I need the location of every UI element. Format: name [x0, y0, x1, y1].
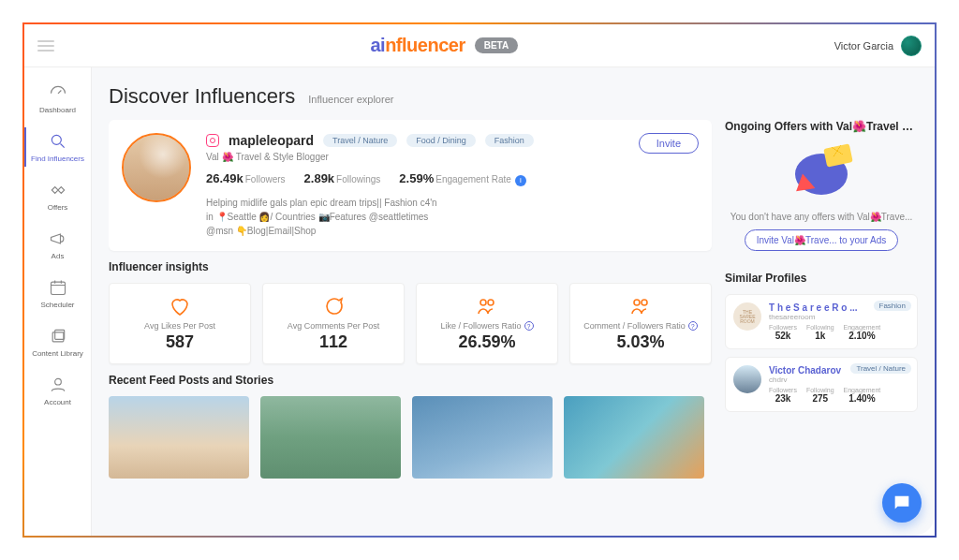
- help-icon[interactable]: ?: [688, 321, 698, 331]
- svg-rect-1: [51, 282, 65, 294]
- sidebar-item-offers[interactable]: Offers: [24, 172, 91, 219]
- profile-photo: [122, 133, 191, 202]
- chat-icon: [892, 493, 912, 513]
- sidebar: Dashboard Find Influencers Offers Ads Sc…: [24, 67, 92, 536]
- similar-followers: Followers52k: [769, 324, 797, 341]
- insight-comment-ratio: Comment / Followers Ratio? 5.03%: [569, 283, 712, 364]
- profile-tagline: Val🌺Travel & Style Blogger: [206, 152, 699, 162]
- similar-handle: chdrv: [769, 376, 909, 384]
- user-icon: [48, 375, 68, 395]
- svg-rect-2: [52, 332, 64, 342]
- similar-followers: Followers23k: [769, 387, 797, 404]
- insight-label: Comment / Followers Ratio?: [578, 321, 703, 331]
- sidebar-item-ads[interactable]: Ads: [24, 221, 91, 268]
- svg-point-6: [488, 300, 494, 305]
- comment-icon: [322, 295, 345, 317]
- feed-title: Recent Feed Posts and Stories: [109, 374, 712, 387]
- main-content: Discover Influencers Influencer explorer…: [92, 67, 935, 536]
- profile-handle[interactable]: mapleleopard: [229, 133, 314, 148]
- followers-stat: 26.49kFollowers: [206, 169, 286, 186]
- people-icon: [629, 295, 652, 317]
- user-menu[interactable]: Victor Garcia: [834, 36, 922, 56]
- insight-value: 587: [117, 332, 243, 352]
- calendar-icon: [48, 277, 68, 298]
- similar-profile-card[interactable]: Fashion THESAREEROOM T h e S a r e e R o…: [725, 294, 918, 349]
- svg-point-5: [480, 300, 486, 305]
- page-subtitle: Influencer explorer: [308, 94, 393, 105]
- engagement-stat: 2.59%Engagement Ratei: [399, 169, 526, 186]
- insight-like-ratio: Like / Followers Ratio? 26.59%: [416, 283, 558, 364]
- insights-title: Influencer insights: [109, 260, 712, 273]
- svg-point-0: [52, 135, 61, 144]
- similar-following: Following1k: [806, 324, 834, 341]
- invite-to-ads-button[interactable]: Invite Val🌺Trave... to your Ads: [745, 229, 899, 251]
- search-icon: [48, 131, 68, 152]
- library-icon: [48, 326, 68, 346]
- insight-avg-comments: Avg Comments Per Post 112: [262, 283, 405, 364]
- category-tag[interactable]: Fashion: [485, 134, 534, 147]
- sidebar-item-label: Find Influencers: [31, 155, 84, 163]
- people-icon: [476, 295, 498, 317]
- similar-profile-card[interactable]: Travel / Nature Victor Chadarov chdrv Fo…: [725, 357, 918, 412]
- insight-value: 26.59%: [424, 332, 550, 352]
- instagram-icon: [206, 134, 219, 147]
- sidebar-item-account[interactable]: Account: [24, 367, 91, 414]
- sidebar-item-scheduler[interactable]: Scheduler: [24, 270, 91, 317]
- insight-label: Avg Comments Per Post: [271, 321, 396, 331]
- svg-rect-3: [54, 330, 64, 339]
- brand-logo: ainfluencer BETA: [54, 35, 834, 56]
- megaphone-icon: [48, 228, 68, 249]
- hamburger-menu[interactable]: [37, 40, 54, 52]
- heart-icon: [169, 295, 191, 317]
- info-icon[interactable]: i: [515, 175, 526, 186]
- svg-point-7: [634, 300, 640, 305]
- sidebar-item-label: Offers: [48, 203, 68, 212]
- sidebar-item-find-influencers[interactable]: Find Influencers: [24, 124, 91, 170]
- chat-fab[interactable]: [882, 483, 922, 523]
- help-icon[interactable]: ?: [524, 321, 534, 331]
- topbar: ainfluencer BETA Victor Garcia: [24, 24, 935, 67]
- sidebar-item-label: Content Library: [32, 349, 83, 358]
- brand-influencer: nfluencer: [385, 35, 465, 55]
- svg-point-4: [54, 378, 61, 385]
- profile-photo: THESAREEROOM: [733, 302, 761, 331]
- category-tag: Fashion: [874, 301, 911, 311]
- ongoing-offers-title: Ongoing Offers with Val🌺Travel & Sty...: [725, 120, 918, 133]
- similar-following: Following275: [806, 387, 834, 404]
- sidebar-item-label: Scheduler: [40, 301, 74, 309]
- svg-point-8: [642, 300, 647, 305]
- feed-post[interactable]: [412, 396, 553, 479]
- feed-post[interactable]: [564, 396, 704, 479]
- sidebar-item-content-library[interactable]: Content Library: [24, 318, 91, 365]
- handshake-icon: [48, 180, 68, 200]
- feed-post[interactable]: [260, 396, 401, 479]
- category-tag[interactable]: Food / Dining: [406, 134, 476, 147]
- followings-stat: 2.89kFollowings: [304, 169, 381, 186]
- insight-value: 5.03%: [578, 332, 703, 352]
- sidebar-item-label: Ads: [52, 252, 65, 260]
- sidebar-item-label: Dashboard: [39, 106, 76, 114]
- profile-card: Invite mapleleopard Travel / Nature Food…: [109, 120, 712, 251]
- user-name: Victor Garcia: [834, 40, 893, 52]
- invite-button[interactable]: Invite: [639, 133, 699, 154]
- category-tag: Travel / Nature: [850, 363, 911, 374]
- sidebar-item-dashboard[interactable]: Dashboard: [24, 75, 91, 122]
- similar-engagement: Engagement2.10%: [844, 324, 881, 341]
- insight-avg-likes: Avg Likes Per Post 587: [109, 283, 251, 364]
- insight-value: 112: [271, 332, 396, 352]
- avatar: [901, 36, 922, 56]
- insight-label: Avg Likes Per Post: [117, 321, 243, 331]
- profile-bio: Helping midlife gals plan epic dream tri…: [206, 196, 699, 238]
- megaphone-illustration: [788, 146, 855, 202]
- category-tag[interactable]: Travel / Nature: [323, 134, 397, 147]
- feed-post[interactable]: [109, 396, 249, 479]
- sidebar-item-label: Account: [44, 398, 71, 406]
- empty-offers-text: You don't have any offers with Val🌺Trave…: [725, 212, 918, 222]
- beta-badge: BETA: [475, 37, 518, 53]
- similar-engagement: Engagement1.40%: [844, 387, 881, 404]
- dashboard-icon: [48, 82, 68, 103]
- similar-handle: thesareeroom: [769, 313, 909, 321]
- similar-profiles-title: Similar Profiles: [725, 272, 918, 285]
- profile-photo: [733, 365, 761, 393]
- insight-label: Like / Followers Ratio?: [424, 321, 550, 331]
